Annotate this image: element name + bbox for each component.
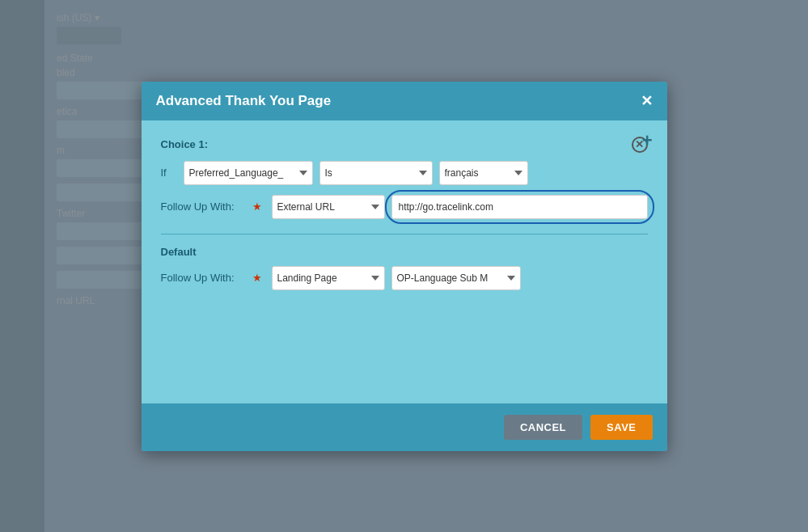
cancel-button[interactable]: CANCEL	[504, 415, 582, 440]
required-star-2: ★	[252, 272, 262, 284]
modal-title: Advanced Thank You Page	[156, 93, 332, 109]
modal-header: Advanced Thank You Page ✕	[142, 82, 667, 120]
choice-followup-row: Follow Up With: ★ External URLLanding Pa…	[161, 195, 648, 219]
choice-1-label: Choice 1:	[161, 138, 209, 150]
modal-footer: CANCEL SAVE	[142, 403, 667, 451]
op-language-select[interactable]: OP-Language Sub M	[391, 266, 521, 290]
choice-1-section: Choice 1: ✕ If Preferred_Language_ IsIs …	[161, 137, 648, 219]
default-label: Default	[161, 246, 648, 258]
external-url-select[interactable]: External URLLanding Page	[272, 195, 385, 219]
language-select[interactable]: françaisEnglishDeutschEspañol	[439, 161, 528, 185]
choice-followup-label: Follow Up With:	[161, 201, 246, 213]
choice-1-header: Choice 1: ✕	[161, 137, 648, 153]
save-button[interactable]: SAVE	[590, 415, 652, 440]
condition-row: If Preferred_Language_ IsIs Not français…	[161, 161, 648, 185]
if-label: If	[161, 167, 177, 179]
modal-close-button[interactable]: ✕	[641, 94, 653, 108]
is-select[interactable]: IsIs Not	[319, 161, 433, 185]
section-divider	[161, 234, 648, 234]
default-followup-row: Follow Up With: ★ Landing PageExternal U…	[161, 266, 648, 290]
modal-overlay: Advanced Thank You Page ✕ + Choice 1: ✕ …	[0, 0, 808, 532]
url-input[interactable]	[391, 195, 648, 219]
modal-body: + Choice 1: ✕ If Preferred_Language_ IsI…	[142, 120, 667, 403]
required-star-1: ★	[252, 201, 262, 213]
url-input-wrapper	[391, 195, 648, 219]
add-choice-button[interactable]: +	[642, 132, 653, 150]
preferred-language-select[interactable]: Preferred_Language_	[184, 161, 313, 185]
default-followup-label: Follow Up With:	[161, 272, 246, 284]
modal-dialog: Advanced Thank You Page ✕ + Choice 1: ✕ …	[142, 82, 667, 451]
default-section: Default Follow Up With: ★ Landing PageEx…	[161, 246, 648, 290]
landing-page-select[interactable]: Landing PageExternal URL	[272, 266, 385, 290]
